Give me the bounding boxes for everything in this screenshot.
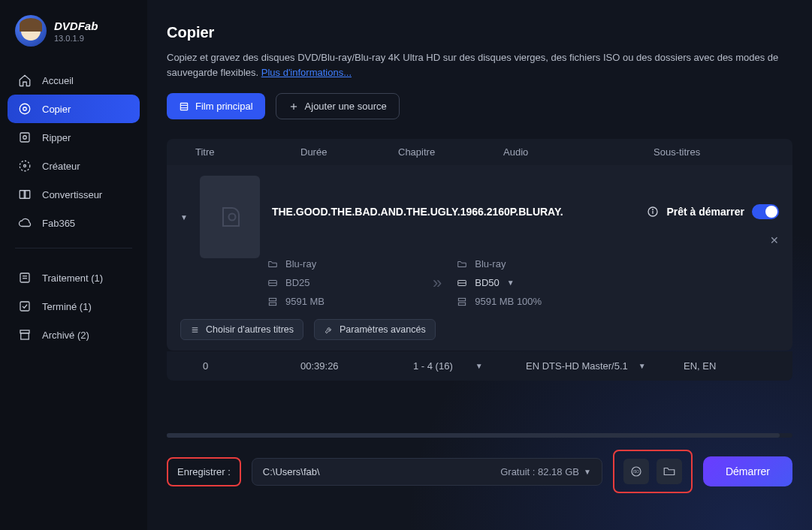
brand-version: 13.0.1.9 — [54, 34, 98, 43]
sidebar-item-label: Fab365 — [42, 218, 75, 229]
svg-rect-36 — [459, 298, 466, 301]
brand-name: DVDFab — [54, 20, 98, 32]
folder-icon — [457, 259, 467, 270]
title-subtitles: EN, EN — [684, 360, 779, 372]
svg-rect-18 — [20, 302, 29, 311]
wrench-icon — [324, 325, 334, 335]
arrow-right-icon: » — [433, 273, 442, 293]
logo-icon — [15, 15, 47, 47]
title-audio: EN DTS-HD Master/5.1 — [526, 360, 628, 372]
svg-rect-9 — [20, 133, 29, 142]
svg-rect-21 — [180, 103, 187, 110]
cloud-icon — [18, 216, 32, 230]
col-title: Titre — [180, 146, 300, 158]
chevron-down-icon[interactable]: ▼ — [475, 362, 483, 370]
svg-rect-37 — [459, 303, 466, 306]
info-icon[interactable] — [647, 206, 659, 218]
svg-point-12 — [24, 165, 26, 167]
choose-other-titles-button[interactable]: Choisir d'autres titres — [180, 319, 303, 340]
page-title: Copier — [167, 24, 792, 41]
page-description: Copiez et gravez des disques DVD/Blu-ray… — [167, 50, 783, 80]
disc-size-icon — [267, 278, 278, 288]
save-path-input[interactable]: C:\Users\fab\ Gratuit : 82.18 GB ▼ — [252, 458, 602, 486]
more-info-link[interactable]: Plus d'informations... — [261, 67, 352, 78]
title-index: 0 — [180, 360, 300, 372]
svg-rect-32 — [269, 298, 276, 301]
folder-icon — [663, 465, 676, 478]
list-icon — [190, 325, 200, 335]
sidebar-item-label: Traitement (1) — [42, 273, 103, 284]
save-label: Enregistrer : — [177, 466, 231, 477]
target-disc-select[interactable]: BD50 ▼ — [457, 277, 607, 288]
free-space-text: Gratuit : 82.18 GB — [500, 466, 579, 477]
expand-caret-icon[interactable]: ▼ — [180, 213, 188, 221]
archive-icon — [18, 328, 32, 342]
start-button[interactable]: Démarrer — [703, 456, 792, 486]
col-subtitles: Sous-titres — [654, 146, 779, 158]
svg-point-10 — [23, 136, 27, 140]
folder-button[interactable] — [657, 459, 682, 484]
thumbnail — [200, 176, 260, 258]
task-status: Prêt à démarrer — [666, 206, 744, 218]
check-list-icon — [18, 300, 32, 313]
chevron-down-icon[interactable]: ▼ — [584, 468, 591, 476]
iso-button[interactable]: ISO — [623, 459, 649, 484]
sidebar-item-creator[interactable]: Créateur — [8, 152, 140, 180]
folder-icon — [267, 259, 278, 270]
svg-point-8 — [23, 107, 27, 111]
sidebar-item-label: Terminé (1) — [42, 301, 92, 312]
target-type: Blu-ray — [475, 258, 506, 270]
chevron-down-icon[interactable]: ▼ — [638, 362, 646, 370]
sidebar-item-home[interactable]: Accueil — [8, 66, 140, 95]
plus-icon — [288, 101, 299, 112]
title-chapters: 1 - 4 (16) — [413, 360, 453, 372]
svg-text:ISO: ISO — [633, 470, 639, 474]
svg-rect-20 — [21, 333, 29, 339]
source-size: 9591 MB — [285, 296, 324, 307]
col-audio: Audio — [503, 146, 654, 158]
target-size: 9591 MB 100% — [475, 296, 542, 307]
chevron-down-icon: ▼ — [507, 279, 515, 287]
col-chapter: Chapitre — [398, 146, 503, 158]
disc-size-icon — [457, 278, 467, 288]
save-label-highlight: Enregistrer : — [167, 457, 241, 486]
main-film-button[interactable]: Film principal — [167, 93, 265, 119]
svg-point-11 — [20, 161, 30, 171]
logo-block: DVDFab 13.0.1.9 — [0, 15, 147, 62]
svg-point-7 — [20, 104, 30, 114]
col-duration: Durée — [300, 146, 398, 158]
svg-point-26 — [228, 214, 235, 221]
source-disc: BD25 — [285, 277, 310, 288]
iso-icon: ISO — [629, 465, 643, 478]
list-icon — [18, 271, 32, 285]
sidebar-item-label: Accueil — [42, 75, 74, 86]
sidebar-item-label: Ripper — [42, 132, 71, 143]
disc-icon — [216, 203, 243, 230]
storage-icon — [267, 297, 278, 307]
add-source-button[interactable]: Ajouter une source — [276, 93, 400, 119]
sidebar-item-copy[interactable]: Copier — [8, 95, 140, 123]
sidebar-item-fab365[interactable]: Fab365 — [8, 209, 140, 237]
sidebar-item-archive[interactable]: Archivé (2) — [8, 321, 140, 349]
source-type: Blu-ray — [285, 258, 316, 270]
converter-icon — [18, 188, 32, 201]
home-icon — [18, 74, 32, 87]
title-detail-row[interactable]: 0 00:39:26 1 - 4 (16) ▼ EN DTS-HD Master… — [167, 351, 792, 381]
task-title: THE.GOOD.THE.BAD.AND.THE.UGLY.1966.2160P… — [272, 206, 563, 218]
task-toggle[interactable] — [752, 204, 779, 219]
advanced-settings-button[interactable]: Paramètres avancés — [314, 319, 436, 340]
svg-rect-15 — [20, 273, 29, 282]
svg-rect-33 — [269, 303, 276, 306]
sidebar-item-processing[interactable]: Traitement (1) — [8, 263, 140, 292]
sidebar-item-ripper[interactable]: Ripper — [8, 123, 140, 152]
storage-icon — [457, 297, 467, 307]
sidebar-item-label: Archivé (2) — [42, 330, 89, 341]
sidebar-item-label: Copier — [42, 104, 71, 115]
creator-icon — [18, 159, 32, 173]
output-icons-highlight: ISO — [613, 450, 693, 493]
remove-task-icon[interactable]: ✕ — [770, 234, 779, 246]
table-header: Titre Durée Chapitre Audio Sous-titres — [167, 139, 792, 165]
sidebar-item-done[interactable]: Terminé (1) — [8, 292, 140, 321]
copy-icon — [18, 102, 32, 116]
sidebar-item-converter[interactable]: Convertisseur — [8, 180, 140, 209]
